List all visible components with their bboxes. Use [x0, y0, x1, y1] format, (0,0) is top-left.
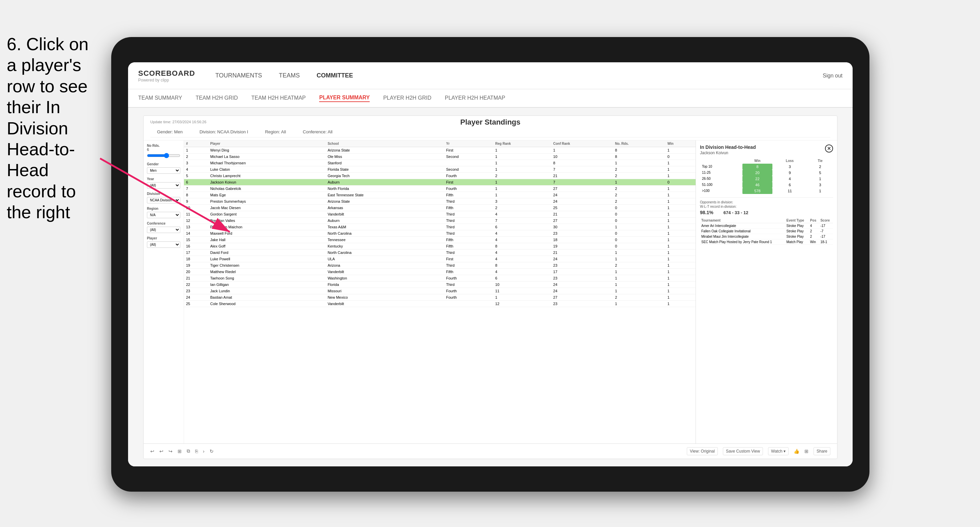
tab-player-summary[interactable]: PLAYER SUMMARY — [319, 95, 370, 102]
table-row[interactable]: 17 David Ford North Carolina Third 4 21 … — [184, 249, 695, 256]
copy-icon[interactable]: ⧉ — [187, 448, 190, 454]
undo-icon[interactable]: ↩ — [150, 449, 154, 454]
cell-reg: 6 — [493, 224, 551, 230]
cell-win: 1 — [665, 147, 695, 153]
table-row[interactable]: 23 Jack Lundin Missouri Fourth 11 24 1 1 — [184, 287, 695, 294]
undo2-icon[interactable]: ↩ — [159, 449, 164, 454]
table-row[interactable]: 12 Brendan Valles Auburn Third 7 27 0 1 — [184, 217, 695, 224]
tab-team-h2h-grid[interactable]: TEAM H2H GRID — [196, 95, 238, 102]
cell-school: ULA — [326, 256, 444, 262]
col-reg-rank: Reg Rank — [493, 140, 551, 147]
h2h-cell-label: >100 — [700, 188, 742, 194]
conference-select[interactable]: (All) — [147, 227, 180, 233]
tab-player-h2h-grid[interactable]: PLAYER H2H GRID — [383, 95, 431, 102]
sign-out-button[interactable]: Sign out — [822, 73, 843, 79]
cell-num: 24 — [184, 294, 208, 300]
cell-player: Phichaksn Maichon — [208, 224, 326, 230]
table-row[interactable]: 3 Michael Thorbjornsen Stanford 1 8 1 1 — [184, 160, 695, 166]
table-row[interactable]: 10 Jacob Mac Diesen Arkansas Fifth 2 25 … — [184, 205, 695, 211]
cell-reg: 3 — [493, 198, 551, 205]
cell-rds: 1 — [613, 160, 666, 166]
table-row[interactable]: 5 Christo Lamprecht Georgia Tech Fourth … — [184, 172, 695, 179]
h2h-cell-label: 51-100 — [700, 182, 742, 188]
h2h-cell-win: 578 — [742, 188, 772, 194]
table-row[interactable]: 22 Ian Gilligan Florida Third 10 24 1 1 — [184, 281, 695, 287]
tournament-row: Fallen Oak Collegiate Invitational Strok… — [700, 228, 833, 234]
division-select[interactable]: NCAA Division I — [147, 197, 180, 203]
cell-yr: Fifth — [444, 243, 493, 249]
cell-player: Michael Thorbjornsen — [208, 160, 326, 166]
paste-icon[interactable]: ⎘ — [195, 449, 198, 454]
cell-win: 1 — [665, 224, 695, 230]
table-row[interactable]: 24 Bastian Amat New Mexico Fourth 1 27 2… — [184, 294, 695, 300]
cell-rds: 1 — [613, 287, 666, 294]
cell-school: Auburn — [326, 217, 444, 224]
table-row[interactable]: 11 Gordon Sargent Vanderbilt Third 4 21 … — [184, 211, 695, 217]
cell-win: 1 — [665, 262, 695, 268]
cell-num: 11 — [184, 211, 208, 217]
cell-win: 1 — [665, 160, 695, 166]
h2h-close-button[interactable]: ✕ — [825, 144, 833, 152]
cell-num: 7 — [184, 185, 208, 192]
table-row[interactable]: 14 Maxwell Ford North Carolina Third 4 2… — [184, 230, 695, 237]
redo-icon[interactable]: ↪ — [169, 449, 173, 454]
table-row[interactable]: 8 Mats Ege East Tennessee State Fifth 1 … — [184, 192, 695, 198]
tournament-row: Mirabel Maui Jim Intercollegiate Stroke … — [700, 234, 833, 239]
grid-icon[interactable]: ⊞ — [804, 449, 808, 454]
cell-reg: 1 — [493, 153, 551, 160]
nav-committee[interactable]: COMMITTEE — [317, 70, 353, 81]
table-row[interactable]: 19 Tiger Christensen Arizona Third 8 23 … — [184, 262, 695, 268]
cell-rds: 2 — [613, 166, 666, 172]
nav-teams[interactable]: TEAMS — [279, 70, 300, 81]
table-row[interactable]: 2 Michael La Sasso Ole Miss Second 1 10 … — [184, 153, 695, 160]
standings-table: # Player School Yr Reg Rank Conf Rank No… — [184, 140, 695, 307]
region-select[interactable]: N/A — [147, 212, 180, 218]
table-row[interactable]: 9 Preston Summerhays Arizona State Third… — [184, 198, 695, 205]
cell-rds: 0 — [613, 205, 666, 211]
table-row[interactable]: 7 Nicholas Gabrelcik North Florida Fourt… — [184, 185, 695, 192]
cell-rds: 1 — [613, 281, 666, 287]
save-custom-button[interactable]: Save Custom View — [723, 447, 763, 455]
cell-reg: 1 — [493, 185, 551, 192]
region-label: Region — [147, 207, 180, 211]
player-select[interactable]: (All) — [147, 241, 180, 248]
crop-icon[interactable]: ⊞ — [178, 449, 181, 454]
cell-num: 8 — [184, 192, 208, 198]
table-row[interactable]: 6 Jackson Koivun Auburn First 1 7 1 0 — [184, 179, 695, 185]
year-select[interactable]: (All) — [147, 182, 180, 189]
tab-team-summary[interactable]: TEAM SUMMARY — [138, 95, 182, 102]
table-row[interactable]: 18 Luke Powell ULA First 4 24 1 1 — [184, 256, 695, 262]
nav-tournaments[interactable]: TOURNAMENTS — [215, 70, 262, 81]
view-original-button[interactable]: View: Original — [687, 447, 718, 455]
table-row[interactable]: 15 Jake Hall Tennessee Fifth 4 18 0 1 — [184, 237, 695, 243]
cell-num: 2 — [184, 153, 208, 160]
share-button[interactable]: Share — [813, 447, 830, 455]
table-row[interactable]: 21 Taehoon Song Washington Fourth 6 23 1… — [184, 275, 695, 281]
conference-filter-section: Conference (All) — [147, 222, 180, 233]
cell-player: Jack Lundin — [208, 287, 326, 294]
thumbup-icon[interactable]: 👍 — [794, 449, 799, 454]
tab-player-h2h-heatmap[interactable]: PLAYER H2H HEATMAP — [445, 95, 505, 102]
forward-icon[interactable]: › — [203, 449, 205, 454]
table-row[interactable]: 20 Matthew Riedel Vanderbilt Fifth 4 17 … — [184, 268, 695, 275]
cell-num: 5 — [184, 172, 208, 179]
logo-subtitle: Powered by clipp — [138, 78, 195, 83]
h2h-cell-tie: 1 — [807, 188, 833, 194]
table-row[interactable]: 13 Phichaksn Maichon Texas A&M Third 6 3… — [184, 224, 695, 230]
table-row[interactable]: 1 Wenyi Ding Arizona State First 1 1 8 1 — [184, 147, 695, 153]
col-win: Win — [665, 140, 695, 147]
tab-team-h2h-heatmap[interactable]: TEAM H2H HEATMAP — [251, 95, 306, 102]
watch-button[interactable]: Watch ▾ — [768, 447, 789, 455]
table-row[interactable]: 4 Luke Claton Florida State Second 1 7 2… — [184, 166, 695, 172]
table-row[interactable]: 16 Alex Goff Kentucky Fifth 8 19 0 1 — [184, 243, 695, 249]
cell-school: Ole Miss — [326, 153, 444, 160]
gender-select[interactable]: Men — [147, 167, 180, 174]
cell-rds: 1 — [613, 300, 666, 307]
table-row[interactable]: 25 Cole Sherwood Vanderbilt 12 23 1 1 — [184, 300, 695, 307]
cell-reg: 2 — [493, 205, 551, 211]
year-label: Year — [147, 177, 180, 181]
cell-player: Maxwell Ford — [208, 230, 326, 237]
refresh-icon[interactable]: ↻ — [210, 449, 214, 454]
no-rds-slider[interactable] — [147, 153, 180, 158]
cell-player: Matthew Riedel — [208, 268, 326, 275]
